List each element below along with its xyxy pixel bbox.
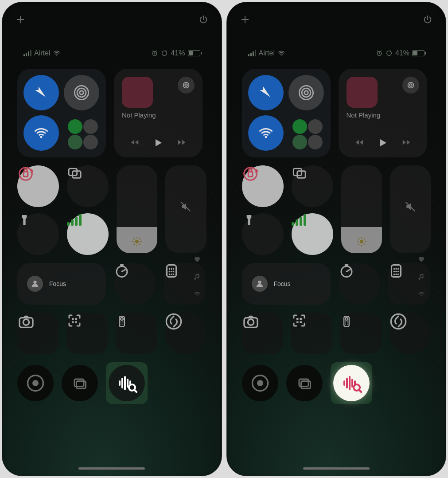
forward-icon[interactable]	[401, 137, 411, 149]
focus-toggle[interactable]: Focus	[17, 263, 106, 305]
svg-point-52	[409, 84, 412, 86]
home-indicator[interactable]	[78, 467, 145, 470]
svg-point-64	[395, 268, 397, 270]
svg-point-13	[135, 240, 139, 243]
svg-rect-32	[75, 321, 78, 324]
svg-point-58	[360, 240, 363, 243]
battery-icon	[412, 50, 425, 56]
orientation-lock-toggle[interactable]	[17, 165, 59, 207]
rewind-icon[interactable]	[130, 137, 140, 149]
album-art	[347, 77, 378, 108]
forward-icon[interactable]	[177, 137, 187, 149]
battery-icon	[188, 50, 200, 56]
person-icon	[27, 276, 43, 292]
airplay-icon[interactable]	[402, 77, 419, 94]
stage-manager-button[interactable]	[62, 365, 98, 401]
svg-point-4	[77, 88, 86, 97]
svg-point-70	[395, 274, 397, 275]
music-recognition-highlight	[106, 362, 148, 404]
now-playing-label: Not Playing	[122, 111, 195, 119]
battery-pct-label: 41%	[171, 49, 185, 57]
camera-button[interactable]	[242, 313, 283, 354]
flashlight-toggle[interactable]	[17, 213, 59, 255]
airdrop-toggle[interactable]	[288, 75, 324, 110]
wifi-toggle[interactable]	[248, 115, 284, 151]
qr-scanner-button[interactable]	[66, 313, 108, 354]
brightness-slider[interactable]	[341, 165, 382, 253]
cellular-bars-icon	[67, 213, 109, 226]
focus-toggle[interactable]: Focus	[242, 263, 331, 305]
music-dot-icon	[193, 273, 201, 281]
svg-rect-77	[300, 321, 302, 324]
stage-manager-button[interactable]	[286, 365, 323, 401]
music-recognition-button[interactable]	[109, 365, 145, 401]
airplane-mode-toggle[interactable]	[23, 75, 59, 110]
power-icon[interactable]	[423, 15, 432, 24]
volume-slider[interactable]	[165, 165, 206, 253]
connectivity-submodule[interactable]	[65, 117, 101, 152]
svg-point-36	[122, 321, 123, 322]
svg-point-21	[169, 271, 171, 273]
now-playing-module[interactable]: Not Playing	[114, 69, 203, 157]
svg-point-6	[40, 136, 43, 138]
svg-point-20	[173, 268, 175, 270]
shazam-button[interactable]	[165, 313, 206, 354]
svg-point-83	[347, 324, 348, 325]
now-playing-module[interactable]: Not Playing	[339, 69, 427, 157]
svg-point-14	[197, 295, 198, 296]
svg-point-28	[23, 319, 29, 325]
svg-rect-74	[296, 318, 299, 320]
airplane-mode-toggle[interactable]	[248, 75, 284, 110]
power-icon[interactable]	[199, 15, 208, 24]
music-recognition-button[interactable]	[333, 365, 370, 401]
music-dot-icon	[417, 273, 425, 281]
carrier-label: Airtel	[259, 49, 275, 57]
play-icon[interactable]	[153, 137, 164, 149]
tv-remote-button[interactable]	[116, 313, 157, 354]
alarm-status-icon	[151, 50, 158, 57]
connectivity-module[interactable]	[17, 69, 106, 157]
camera-button[interactable]	[17, 313, 58, 354]
timer-toggle[interactable]	[114, 263, 156, 305]
phone-screenshot-right: Airtel 41%	[226, 2, 447, 476]
add-icon[interactable]	[240, 15, 250, 24]
wifi-toggle[interactable]	[23, 115, 59, 151]
screen-record-button[interactable]	[242, 365, 278, 401]
flashlight-toggle[interactable]	[242, 213, 284, 255]
cellular-toggle[interactable]	[292, 213, 333, 255]
connectivity-submodule[interactable]	[290, 117, 325, 152]
orientation-status-icon	[161, 50, 168, 57]
battery-pct-label: 41%	[395, 49, 409, 57]
status-bar: Airtel 41%	[227, 49, 446, 57]
play-icon[interactable]	[378, 137, 388, 149]
volume-slider[interactable]	[390, 165, 431, 253]
now-playing-label: Not Playing	[347, 111, 419, 119]
airdrop-toggle[interactable]	[64, 75, 99, 110]
screen-record-button[interactable]	[17, 365, 54, 401]
cellular-toggle[interactable]	[67, 213, 109, 255]
screen-mirror-toggle[interactable]	[292, 165, 333, 207]
connectivity-module[interactable]	[242, 69, 331, 157]
home-indicator[interactable]	[303, 467, 370, 470]
screen-mirror-toggle[interactable]	[67, 165, 109, 207]
wifi-status-icon	[277, 49, 285, 57]
cellular-signal-icon	[23, 50, 31, 56]
timer-toggle[interactable]	[339, 263, 380, 305]
orientation-lock-toggle[interactable]	[242, 165, 284, 207]
svg-point-7	[185, 84, 187, 86]
brightness-slider[interactable]	[117, 165, 157, 253]
qr-scanner-button[interactable]	[291, 313, 332, 354]
shazam-button[interactable]	[390, 313, 431, 354]
svg-rect-30	[75, 318, 78, 320]
mute-icon	[390, 201, 431, 212]
tv-remote-button[interactable]	[340, 313, 382, 354]
airplay-icon[interactable]	[178, 77, 195, 94]
svg-point-73	[248, 319, 253, 325]
add-icon[interactable]	[16, 15, 25, 24]
svg-point-37	[121, 324, 121, 325]
rewind-icon[interactable]	[355, 137, 364, 149]
svg-point-86	[257, 380, 263, 386]
brightness-icon	[117, 236, 157, 247]
svg-point-65	[397, 268, 399, 270]
cellular-bars-icon	[292, 213, 333, 226]
